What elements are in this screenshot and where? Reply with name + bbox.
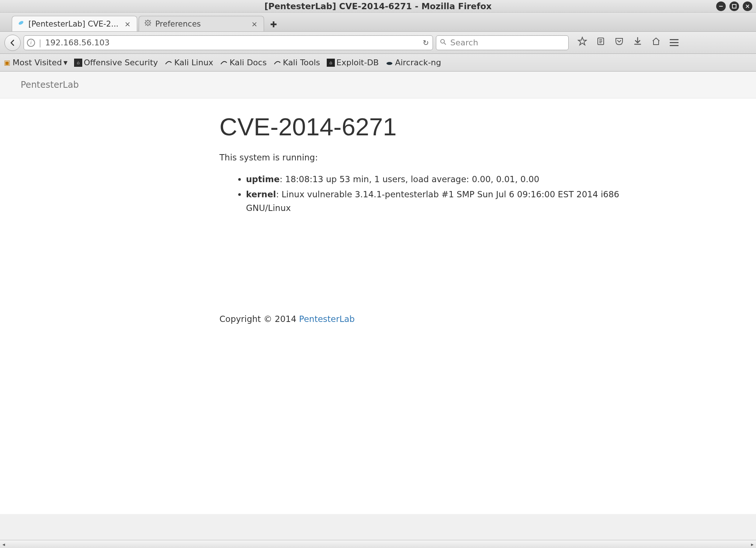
svg-line-10 xyxy=(150,25,150,25)
item-value: : Linux vulnerable 3.14.1-pentesterlab #… xyxy=(246,190,619,213)
bookmark-kali-linux[interactable]: Kali Linux xyxy=(164,58,213,67)
gear-icon xyxy=(144,19,152,28)
folder-icon: ▣ xyxy=(3,59,11,67)
bookmark-kali-docs[interactable]: Kali Docs xyxy=(220,58,267,67)
window-titlebar: [PentesterLab] CVE-2014-6271 - Mozilla F… xyxy=(0,0,756,13)
bookmark-exploit-db[interactable]: ⌂ Exploit-DB xyxy=(327,58,379,67)
downloads-icon[interactable] xyxy=(633,37,642,49)
item-label: kernel xyxy=(246,190,276,199)
bookmark-most-visited[interactable]: ▣ Most Visited ▾ xyxy=(3,58,67,67)
horizontal-scrollbar[interactable]: ◂ ▸ xyxy=(0,540,756,548)
svg-point-19 xyxy=(386,62,392,65)
footer-text: Copyright © 2014 xyxy=(219,314,299,324)
scroll-right-icon[interactable]: ▸ xyxy=(749,541,755,547)
bookmark-label: Aircrack-ng xyxy=(395,58,441,67)
item-label: uptime xyxy=(246,174,280,184)
item-value: : 18:08:13 up 53 min, 1 users, load aver… xyxy=(280,174,539,184)
tab-close-icon[interactable]: × xyxy=(124,20,132,28)
bookmark-label: Offensive Security xyxy=(84,58,158,67)
aircrack-icon xyxy=(385,59,393,67)
list-item: uptime: 18:08:13 up 53 min, 1 users, loa… xyxy=(246,173,659,186)
kali-icon xyxy=(220,59,228,67)
exploit-db-icon: ⌂ xyxy=(327,59,335,67)
scroll-left-icon[interactable]: ◂ xyxy=(1,541,7,547)
url-separator: | xyxy=(39,38,41,47)
tab-label: Preferences xyxy=(155,20,248,28)
tab-active[interactable]: [PentesterLab] CVE-2... × xyxy=(12,16,137,31)
svg-line-14 xyxy=(444,43,446,45)
reload-icon[interactable]: ↻ xyxy=(422,38,430,47)
pocket-icon[interactable] xyxy=(614,37,624,49)
bookmark-label: Most Visited xyxy=(13,58,62,67)
page-title: CVE-2014-6271 xyxy=(219,112,659,141)
svg-line-11 xyxy=(150,20,150,21)
chevron-down-icon: ▾ xyxy=(63,58,67,67)
tab-close-icon[interactable]: × xyxy=(250,20,259,28)
bookmarks-bar: ▣ Most Visited ▾ ⌂ Offensive Security Ka… xyxy=(0,54,756,72)
bookmark-kali-tools[interactable]: Kali Tools xyxy=(273,58,320,67)
search-icon xyxy=(440,38,447,47)
bookmark-offensive-security[interactable]: ⌂ Offensive Security xyxy=(74,58,158,67)
bookmark-label: Exploit-DB xyxy=(336,58,379,67)
brand-link[interactable]: PentesterLab xyxy=(21,80,79,90)
tab-bar: [PentesterLab] CVE-2... × Preferences × … xyxy=(0,13,756,32)
footer-link[interactable]: PentesterLab xyxy=(299,314,355,324)
svg-line-12 xyxy=(145,25,146,25)
tab-preferences[interactable]: Preferences × xyxy=(139,16,264,31)
bookmark-label: Kali Tools xyxy=(283,58,320,67)
kali-icon xyxy=(164,59,173,67)
search-placeholder: Search xyxy=(450,38,478,47)
svg-point-13 xyxy=(441,39,444,43)
svg-point-2 xyxy=(18,20,24,25)
page-body: PentesterLab CVE-2014-6271 This system i… xyxy=(0,72,756,514)
url-bar[interactable]: i | 192.168.56.103 ↻ xyxy=(24,35,433,50)
site-info-icon[interactable]: i xyxy=(27,39,35,47)
nav-toolbar: i | 192.168.56.103 ↻ Search xyxy=(0,32,756,54)
tab-favicon xyxy=(17,19,25,28)
bookmark-star-icon[interactable] xyxy=(578,37,587,49)
close-button[interactable] xyxy=(743,1,752,11)
svg-rect-0 xyxy=(719,6,723,7)
offensive-icon: ⌂ xyxy=(74,59,82,67)
maximize-button[interactable] xyxy=(729,1,739,11)
svg-line-9 xyxy=(145,20,146,21)
kali-icon xyxy=(273,59,281,67)
back-button[interactable] xyxy=(4,35,21,51)
home-icon[interactable] xyxy=(651,37,661,49)
system-info-list: uptime: 18:08:13 up 53 min, 1 users, loa… xyxy=(219,173,659,215)
bookmark-label: Kali Linux xyxy=(174,58,213,67)
tab-label: [PentesterLab] CVE-2... xyxy=(28,20,121,28)
url-text[interactable]: 192.168.56.103 xyxy=(45,38,418,47)
list-item: kernel: Linux vulnerable 3.14.1-penteste… xyxy=(246,188,659,215)
library-icon[interactable] xyxy=(596,37,606,49)
minimize-button[interactable] xyxy=(716,1,726,11)
page-footer: Copyright © 2014 PentesterLab xyxy=(219,314,659,324)
page-brand-bar: PentesterLab xyxy=(0,72,756,98)
bookmark-aircrack[interactable]: Aircrack-ng xyxy=(385,58,441,67)
svg-point-4 xyxy=(147,22,149,24)
svg-rect-1 xyxy=(732,4,736,8)
new-tab-button[interactable]: ✚ xyxy=(268,17,280,31)
page-lead: This system is running: xyxy=(219,153,659,162)
hamburger-menu-icon[interactable] xyxy=(670,39,679,46)
bookmark-label: Kali Docs xyxy=(229,58,267,67)
window-title: [PentesterLab] CVE-2014-6271 - Mozilla F… xyxy=(264,1,492,11)
search-bar[interactable]: Search xyxy=(436,35,569,50)
